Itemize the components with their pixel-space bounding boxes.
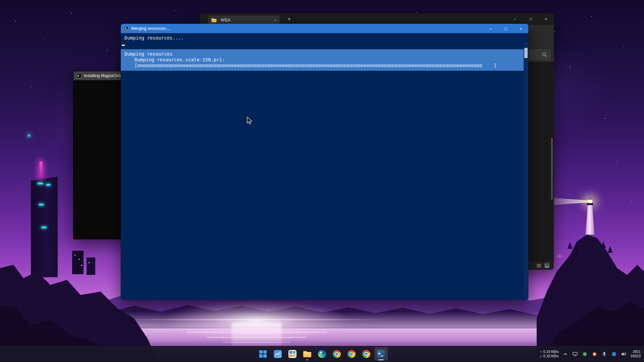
blue-square-icon [612,352,616,356]
start-button[interactable] [256,347,270,361]
wallpaper-tree [574,247,579,253]
speaker-icon [621,352,626,356]
wallpaper-tree [608,246,612,253]
powershell-icon [123,26,129,31]
powershell-icon [377,350,385,358]
powershell-window-title: Merging resources.... [131,26,170,31]
wallpaper-city-light [89,262,90,263]
taskbar: ↑: 0.19 KB/s ↓: 0.18 KB/s 2811 16523 [0,346,644,362]
tray-app-blue-button[interactable] [611,351,617,357]
chrome-browser-icon [333,350,341,358]
edge-browser-icon [318,350,326,358]
taskbar-chrome-button-1[interactable] [330,347,343,361]
wallpaper-city-light [78,259,79,260]
wallpaper-stars [0,0,1,1]
progress-status: Dumping resources.scale-150.pri: [121,57,524,63]
thumbnail-view-button[interactable] [544,263,550,268]
chrome-browser-icon [362,350,370,358]
taskbar-chrome-button-2[interactable] [345,347,358,361]
wallpaper-city-light [74,255,75,256]
explorer-titlebar[interactable]: WSA × + – □ × [200,13,554,25]
widgets-icon [274,350,282,358]
powershell-scrollbar[interactable] [524,43,528,300]
wallpaper-glow-dot [28,135,30,136]
wallpaper-neon-light [40,162,42,178]
progress-bar: [ooooooooooooooooooooooooooooooooooooooo… [121,63,524,68]
wallpaper-window-light [38,183,43,184]
powershell-maximize-button[interactable]: □ [498,24,513,33]
scrollbar-thumb[interactable] [524,48,528,58]
windows-start-icon [259,350,267,358]
taskbar-edge-button[interactable] [315,347,329,361]
new-tab-button[interactable]: + [285,15,293,23]
powershell-titlebar[interactable]: Merging resources.... – □ × [121,24,528,33]
details-view-button[interactable] [536,263,542,268]
powershell-close-button[interactable]: × [513,24,528,33]
explorer-maximize-button[interactable]: □ [523,13,538,25]
folder-icon [212,18,217,22]
taskbar-chrome-button-3[interactable] [360,347,373,361]
app-grid-icon [288,350,297,358]
console-caret [122,45,125,46]
explorer-scrollbar[interactable] [551,138,553,200]
wallpaper-window-light [46,184,50,186]
progress-banner: Dumping resources Dumping resources.scal… [121,49,524,71]
wallpaper-reflection [223,342,290,343]
tray-stat-top: 2811 [630,350,641,354]
console-icon [77,73,82,78]
chrome-browser-icon [347,350,356,358]
wallpaper-window-light [42,227,46,228]
tray-volume-button[interactable] [621,351,627,357]
tray-stats[interactable]: 2811 16523 [630,350,641,358]
taskbar-file-explorer-button[interactable] [301,347,314,361]
microphone-icon [602,352,606,357]
explorer-minimize-button[interactable]: – [507,13,523,25]
taskbar-powershell-button[interactable] [374,347,388,361]
tray-chevron-button[interactable] [562,351,568,357]
wallpaper-city-light [81,265,82,266]
display-icon [573,352,578,356]
traffic-monitor[interactable]: ↑: 0.19 KB/s ↓: 0.18 KB/s [540,350,559,358]
tray-app-green-button[interactable] [582,351,588,357]
powershell-console-output: Dumping resources.... Dumping resources … [121,33,528,300]
tray-app-color-button[interactable] [591,351,597,357]
wallpaper-reflection [186,332,327,333]
tray-microphone-button[interactable] [601,351,607,357]
tab-close-icon[interactable]: × [274,18,276,22]
powershell-window[interactable]: Merging resources.... – □ × Dumping reso… [120,23,529,300]
chevron-up-icon [564,353,567,355]
progress-activity: Dumping resources [121,51,524,57]
taskbar-widgets-button[interactable] [271,347,284,361]
tray-display-button[interactable] [572,351,578,357]
explorer-tab-label: WSA [221,18,230,22]
wallpaper-reflection [206,337,307,338]
powershell-minimize-button[interactable]: – [483,24,498,33]
explorer-close-button[interactable]: × [538,13,554,25]
console-output-line: Dumping resources.... [124,35,184,41]
wallpaper-window-light [39,204,44,205]
traffic-upload: ↑: 0.19 KB/s [540,350,559,354]
mouse-cursor [247,117,253,125]
traffic-download: ↓: 0.18 KB/s [540,354,559,358]
search-icon [542,52,547,57]
lighthouse-dome [588,196,592,200]
wallpaper-tree [568,242,572,249]
file-explorer-icon [303,351,311,357]
lighthouse-light [588,200,592,203]
colored-circle-icon [592,352,597,356]
wallpaper-tree [601,241,606,248]
green-dot-icon [583,352,587,356]
taskbar-apps-button[interactable] [286,347,299,361]
tray-stat-bottom: 16523 [630,354,641,358]
lighthouse-gallery [587,203,593,205]
installer-console-title: Installing MagiskOnW [84,73,123,78]
